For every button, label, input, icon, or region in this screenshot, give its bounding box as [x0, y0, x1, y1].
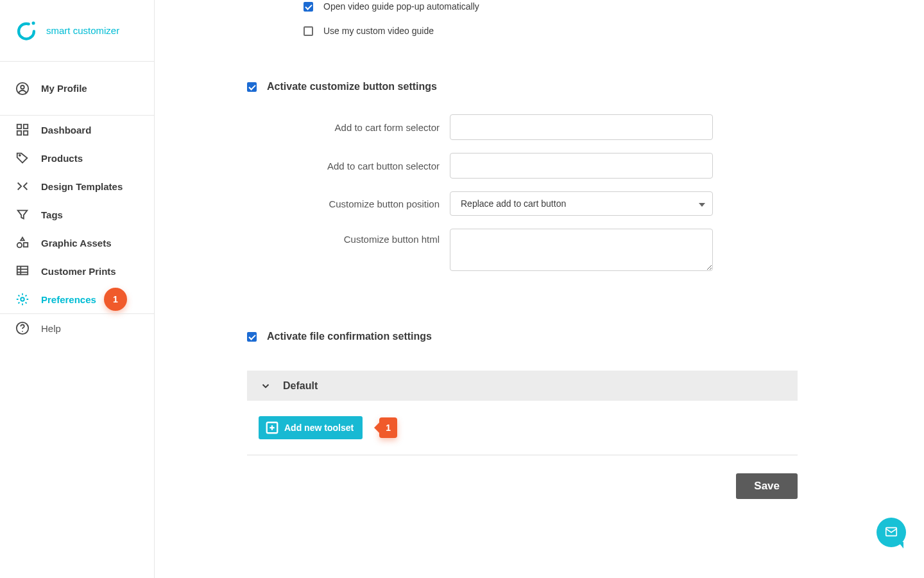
add-toolset-badge: 1 — [379, 417, 397, 438]
sidebar-item-dashboard[interactable]: Dashboard — [0, 116, 154, 144]
sidebar-item-label: Graphic Assets — [41, 238, 112, 249]
sidebar-item-help[interactable]: Help — [0, 314, 154, 342]
activate-customize-button-checkbox[interactable] — [247, 82, 257, 92]
svg-point-9 — [17, 243, 22, 247]
open-video-guide-label: Open video guide pop-up automatically — [323, 1, 479, 12]
contact-fab[interactable] — [877, 518, 906, 547]
activate-file-confirmation-checkbox[interactable] — [247, 332, 257, 342]
sidebar-item-profile[interactable]: My Profile — [0, 62, 154, 116]
assets-icon — [15, 236, 30, 250]
svg-point-1 — [32, 21, 35, 24]
sidebar-item-label: Help — [41, 323, 61, 334]
sidebar-item-customer-prints[interactable]: Customer Prints — [0, 257, 154, 285]
sidebar-item-tags[interactable]: Tags — [0, 200, 154, 229]
button-html-textarea[interactable] — [450, 229, 713, 271]
sidebar-item-label: Preferences — [41, 294, 96, 305]
button-html-label: Customize button html — [247, 229, 440, 245]
form-selector-label: Add to cart form selector — [247, 122, 440, 133]
add-toolset-label: Add new toolset — [284, 423, 354, 433]
chevron-down-icon — [260, 380, 271, 392]
sidebar-item-label: Products — [41, 153, 83, 164]
use-custom-video-checkbox[interactable] — [304, 26, 313, 36]
sidebar-badge: 1 — [104, 288, 127, 311]
sidebar-item-design-templates[interactable]: Design Templates — [0, 172, 154, 200]
profile-icon — [15, 82, 30, 96]
prints-icon — [15, 264, 30, 278]
sidebar: smart customizer My Profile Dashboard Pr… — [0, 0, 155, 578]
logo[interactable]: smart customizer — [0, 0, 154, 62]
svg-rect-6 — [17, 131, 21, 135]
svg-point-8 — [19, 155, 21, 156]
button-selector-label: Add to cart button selector — [247, 161, 440, 171]
gear-icon — [15, 292, 30, 306]
open-video-guide-checkbox[interactable] — [304, 2, 313, 12]
svg-rect-7 — [24, 131, 28, 135]
svg-point-3 — [21, 85, 24, 89]
divider — [247, 455, 798, 455]
logo-icon — [15, 19, 37, 42]
app-name: smart customizer — [46, 25, 119, 36]
button-position-select[interactable]: Replace add to cart button — [450, 191, 713, 216]
help-icon — [15, 321, 30, 335]
sidebar-item-label: Design Templates — [41, 181, 123, 192]
svg-rect-4 — [17, 125, 21, 128]
save-button[interactable]: Save — [736, 473, 798, 499]
svg-rect-10 — [24, 243, 28, 247]
use-custom-video-label: Use my custom video guide — [323, 26, 434, 36]
tag-icon — [15, 151, 30, 165]
svg-point-0 — [19, 23, 34, 39]
plus-icon — [265, 421, 279, 435]
dashboard-icon — [15, 123, 30, 137]
templates-icon — [15, 179, 30, 193]
main-content: Open video guide pop-up automatically Us… — [155, 0, 924, 578]
sidebar-item-label: My Profile — [41, 83, 87, 94]
mail-icon — [884, 525, 898, 541]
svg-rect-5 — [24, 125, 28, 128]
sidebar-item-label: Tags — [41, 209, 63, 220]
sidebar-item-graphic-assets[interactable]: Graphic Assets — [0, 229, 154, 257]
sidebar-item-preferences[interactable]: Preferences 1 — [0, 285, 154, 313]
button-selector-input[interactable] — [450, 153, 713, 179]
svg-point-17 — [22, 331, 23, 332]
add-toolset-button[interactable]: Add new toolset — [259, 416, 363, 439]
sidebar-item-label: Customer Prints — [41, 266, 116, 277]
form-selector-input[interactable] — [450, 114, 713, 140]
default-collapse[interactable]: Default — [247, 371, 798, 401]
customize-button-heading: Activate customize button settings — [267, 81, 437, 92]
filter-icon — [15, 207, 30, 222]
button-position-label: Customize button position — [247, 198, 440, 209]
svg-rect-11 — [17, 267, 28, 275]
svg-point-15 — [21, 297, 24, 301]
file-confirmation-heading: Activate file confirmation settings — [267, 331, 432, 342]
sidebar-item-label: Dashboard — [41, 125, 91, 136]
collapse-title: Default — [283, 380, 318, 392]
sidebar-item-products[interactable]: Products — [0, 144, 154, 172]
